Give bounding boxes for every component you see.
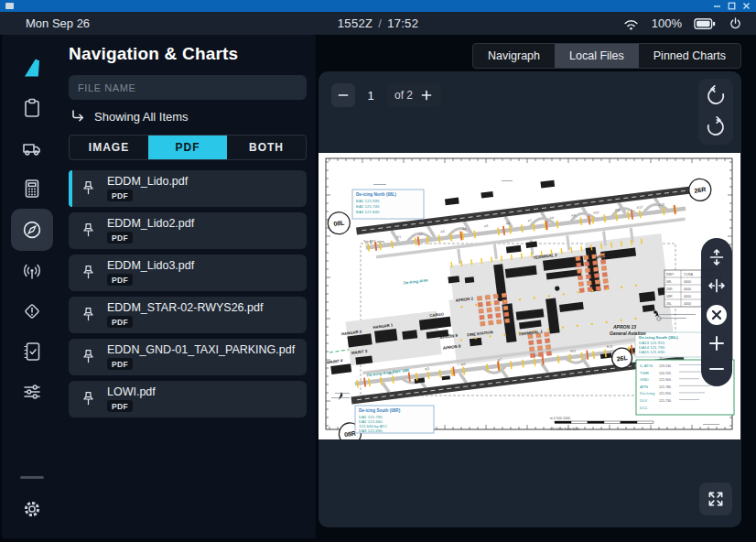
svg-text:A10: A10 xyxy=(593,211,599,215)
sidebar-item-sliders[interactable] xyxy=(11,372,53,412)
svg-text:A9: A9 xyxy=(571,213,576,218)
file-type-filter: IMAGE PDF BOTH xyxy=(69,135,307,160)
pin-icon[interactable] xyxy=(81,179,96,198)
pin-icon[interactable] xyxy=(81,222,96,240)
window-maximize-icon[interactable] xyxy=(728,2,736,10)
sidebar-item-vehicle[interactable] xyxy=(11,128,53,168)
fit-height-button[interactable] xyxy=(707,246,727,268)
deice-south-box: De-icing South (08R) DA1 121.790DA2 121.… xyxy=(355,406,434,433)
status-clock: 1552Z/17:52 xyxy=(0,16,756,30)
svg-text:RWY: RWY xyxy=(666,273,675,276)
page-number[interactable]: 1 xyxy=(355,89,386,103)
svg-text:De-icing North (08L): De-icing North (08L) xyxy=(356,192,396,197)
fit-width-button[interactable] xyxy=(706,276,728,296)
pin-icon[interactable] xyxy=(81,348,96,366)
svg-text:APN: APN xyxy=(640,385,648,389)
chart-image[interactable]: Twr APC zone xyxy=(319,153,740,439)
sidebar-item-calculator[interactable] xyxy=(11,168,53,209)
svg-text:TORA: TORA xyxy=(684,273,694,276)
file-row[interactable]: EDDM_STAR-02-RWYS26.pdfPDF xyxy=(69,297,307,333)
file-type-badge: PDF xyxy=(107,232,133,244)
file-name-input[interactable] xyxy=(69,75,307,100)
rotate-ccw-button[interactable] xyxy=(705,85,727,107)
sidebar-item-clipboard[interactable] xyxy=(11,88,53,128)
file-name: EDDM_Lido3.pdf xyxy=(107,260,194,272)
svg-text:4000: 4000 xyxy=(684,295,691,298)
svg-text:A13: A13 xyxy=(658,202,664,207)
svg-text:123.130: 123.130 xyxy=(659,364,671,368)
svg-text:EA3 121.845: EA3 121.845 xyxy=(356,210,380,214)
fullscreen-button[interactable] xyxy=(699,482,732,515)
sidebar-item-settings[interactable] xyxy=(11,489,53,529)
file-name: EDDN_GND-01_TAXI_PARKING.pdf xyxy=(107,344,295,356)
tab-navigraph[interactable]: Navigraph xyxy=(473,44,555,68)
sidebar-item-navigation-active[interactable] xyxy=(11,209,53,251)
zoom-out-button[interactable] xyxy=(707,360,726,378)
window-minimize-icon[interactable] xyxy=(713,2,721,10)
filter-pdf-button[interactable]: PDF xyxy=(148,136,227,159)
svg-text:4000: 4000 xyxy=(684,287,691,291)
filter-image-button[interactable]: IMAGE xyxy=(70,136,148,159)
rotate-cw-button[interactable] xyxy=(705,116,727,138)
svg-text:26L: 26L xyxy=(666,302,672,306)
svg-text:General Aviation: General Aviation xyxy=(610,331,646,336)
svg-text:A6: A6 xyxy=(506,222,511,226)
file-type-badge: PDF xyxy=(107,316,133,328)
svg-text:A12: A12 xyxy=(636,205,643,210)
svg-text:APRON 13: APRON 13 xyxy=(612,324,636,330)
pin-icon[interactable] xyxy=(81,390,96,408)
page-plus-button[interactable] xyxy=(420,89,433,102)
svg-text:TWR: TWR xyxy=(640,371,649,375)
file-type-badge: PDF xyxy=(107,358,133,370)
svg-text:121.900: 121.900 xyxy=(659,378,671,382)
tab-pinned-charts[interactable]: Pinned Charts xyxy=(639,44,740,68)
svg-text:B13: B13 xyxy=(607,344,613,349)
page-title: Navigation & Charts xyxy=(69,44,307,64)
svg-text:A4: A4 xyxy=(462,227,467,232)
window-close-icon[interactable] xyxy=(742,2,751,10)
svg-text:ft 0 1000 2000 300: ft 0 1000 2000 3000 xyxy=(550,428,579,431)
svg-text:A8: A8 xyxy=(549,216,554,221)
svg-text:121.730: 121.730 xyxy=(659,399,671,403)
file-row[interactable]: LOWI.pdfPDF xyxy=(69,381,307,417)
svg-text:DA1 121.790: DA1 121.790 xyxy=(359,415,383,419)
svg-text:121.780: 121.780 xyxy=(659,385,671,389)
svg-text:DCL: DCL xyxy=(640,406,648,410)
svg-text:De-icing South (08R): De-icing South (08R) xyxy=(359,408,401,413)
showing-all-items-label: Showing All Items xyxy=(94,110,189,124)
svg-text:DA2 121.660: DA2 121.660 xyxy=(359,419,383,424)
svg-text:De-Icing: De-Icing xyxy=(640,391,655,396)
svg-text:4000: 4000 xyxy=(684,280,691,284)
sidebar-item-antenna[interactable] xyxy=(11,251,53,291)
svg-text:A5: A5 xyxy=(484,224,489,229)
close-chart-button[interactable] xyxy=(705,303,729,327)
file-row[interactable]: EDDN_GND-01_TAXI_PARKING.pdfPDF xyxy=(69,339,307,375)
file-row[interactable]: EDDM_Lido2.pdfPDF xyxy=(69,212,307,249)
filter-both-button[interactable]: BOTH xyxy=(227,136,306,159)
svg-text:B1: B1 xyxy=(389,372,394,376)
svg-text:B5: B5 xyxy=(461,363,466,367)
svg-text:A7: A7 xyxy=(527,219,532,223)
file-name: EDDM_STAR-02-RWYS26.pdf xyxy=(107,302,263,314)
tab-local-files[interactable]: Local Files xyxy=(555,44,639,68)
svg-text:A1: A1 xyxy=(396,235,401,240)
chart-tools-toolbar xyxy=(701,238,732,386)
pin-icon[interactable] xyxy=(81,264,96,282)
deice-north-box: De-icing North (08L) EA1 121.595EA2 121.… xyxy=(352,190,424,219)
svg-text:GND: GND xyxy=(640,377,649,382)
app-window: Mon Sep 26 1552Z/17:52 100% xyxy=(0,0,756,542)
sidebar-item-checklist[interactable] xyxy=(11,331,53,372)
sidebar-item-warnings[interactable] xyxy=(11,291,53,331)
window-titlebar[interactable] xyxy=(0,0,756,12)
file-name: EDDM_Lido2.pdf xyxy=(107,218,194,230)
svg-text:08L: 08L xyxy=(666,280,672,284)
page-minus-button[interactable] xyxy=(331,83,355,107)
file-row[interactable]: EDDM_Lido3.pdfPDF xyxy=(69,255,307,291)
pin-icon[interactable] xyxy=(81,306,96,324)
svg-text:B3: B3 xyxy=(425,367,429,372)
zoom-in-button[interactable] xyxy=(707,334,726,352)
file-row[interactable]: EDDM_Lido.pdfPDF xyxy=(69,170,307,207)
svg-text:m 0 500: m 0 500 1000 xyxy=(550,417,570,420)
status-bar: Mon Sep 26 1552Z/17:52 100% xyxy=(0,12,756,35)
svg-text:DA3 121.690: DA3 121.690 xyxy=(359,428,383,433)
